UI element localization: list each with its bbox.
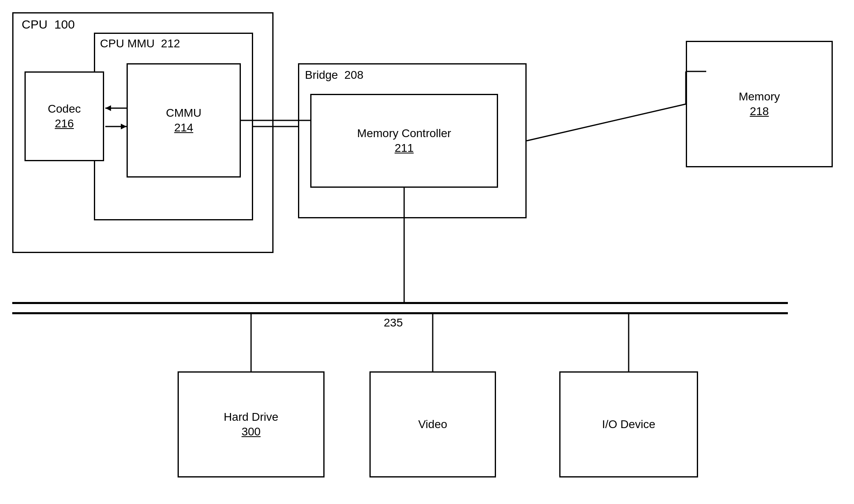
cpu-number: 100 [54,18,75,31]
cmmu-box: CMMU 214 [127,63,241,178]
bus-label: 235 [384,316,403,329]
codec-number: 216 [55,117,74,130]
bus-line-lower [12,312,788,314]
io-device-box: I/O Device [559,371,698,477]
diagram: CPU 100 CPU MMU 212 CMMU 214 Codec 216 B… [0,0,854,504]
bridge-title: Bridge 208 [305,69,363,82]
memory-label: Memory 218 [738,89,780,119]
cpu-mmu-number: 212 [161,37,180,50]
memory-number: 218 [750,105,769,118]
video-label: Video [418,417,447,432]
io-device-label: I/O Device [602,417,656,432]
svg-line-5 [527,104,686,141]
codec-label: Codec 216 [48,102,81,131]
cmmu-label: CMMU 214 [166,106,201,135]
bus-line-upper [12,302,788,304]
memory-controller-label: Memory Controller 211 [357,126,451,156]
codec-box: Codec 216 [24,71,104,161]
bridge-number: 208 [345,69,364,81]
cmmu-number: 214 [174,121,193,134]
memory-controller-box: Memory Controller 211 [310,94,498,188]
memory-controller-number: 211 [395,142,414,154]
hard-drive-label: Hard Drive 300 [224,410,278,440]
video-box: Video [369,371,496,477]
cpu-mmu-title: CPU MMU 212 [100,37,180,50]
cpu-title: CPU 100 [22,18,75,31]
hard-drive-number: 300 [242,425,261,438]
memory-box: Memory 218 [686,41,833,167]
hard-drive-box: Hard Drive 300 [178,371,325,477]
